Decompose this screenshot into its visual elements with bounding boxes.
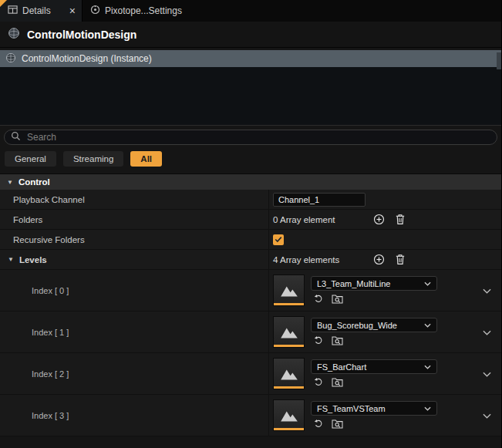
browse-to-asset-icon[interactable]: [331, 293, 344, 305]
row-expand-chevron-icon[interactable]: [483, 327, 491, 338]
tab-pixotope-settings-label: Pixotope...Settings: [105, 5, 182, 16]
use-selected-asset-icon[interactable]: [312, 293, 325, 305]
asset-icon-bar: [311, 376, 437, 388]
asset-thumbnail[interactable]: [273, 399, 305, 431]
asset-picker-dropdown[interactable]: L3_Team_MultiLine: [311, 276, 437, 291]
collapse-arrow-icon: ▼: [7, 179, 13, 186]
property-value: [268, 190, 501, 209]
property-value: 0 Array element: [268, 210, 501, 229]
asset-thumbnail[interactable]: [273, 275, 305, 306]
panel-header: ControlMotionDesign: [0, 22, 501, 48]
property-row-playback-channel: Playback Channel: [0, 190, 501, 210]
asset-type-color-bar: [274, 386, 304, 389]
index-label: Index [ 1 ]: [0, 312, 268, 352]
chevron-down-icon: [424, 365, 431, 369]
search-box: [4, 130, 497, 145]
asset-controls: Bug_Scorebug_Wide: [311, 318, 437, 346]
use-selected-asset-icon[interactable]: [312, 418, 325, 429]
scrollbar[interactable]: [497, 52, 501, 69]
tab-bar: Details × Pixotope...Settings: [0, 0, 501, 22]
filter-general-button[interactable]: General: [5, 151, 56, 167]
use-selected-asset-icon[interactable]: [312, 335, 325, 346]
asset-picker-dropdown[interactable]: Bug_Scorebug_Wide: [311, 318, 437, 332]
asset-controls: FS_BarChart: [311, 359, 437, 388]
details-panel: Details × Pixotope...Settings ControlMot…: [0, 0, 502, 448]
search-icon: [11, 131, 21, 143]
level-value: L3_Team_MultiLine: [268, 270, 501, 311]
property-row-levels: ▼ Levels 4 Array elements: [0, 250, 501, 270]
browse-to-asset-icon[interactable]: [331, 418, 344, 429]
chevron-down-icon: [424, 406, 431, 411]
index-label: Index [ 0 ]: [0, 270, 268, 311]
tab-pixotope-settings[interactable]: Pixotope...Settings: [83, 0, 190, 22]
asset-picker-dropdown[interactable]: FS_BarChart: [311, 359, 437, 374]
property-value: 4 Array elements: [268, 250, 501, 269]
property-label: Playback Channel: [0, 190, 268, 209]
asset-icon-bar: [311, 418, 437, 429]
chevron-down-icon: [424, 281, 431, 286]
row-expand-chevron-icon[interactable]: [483, 410, 491, 421]
property-label: Folders: [0, 210, 268, 229]
category-control-label: Control: [19, 177, 50, 187]
index-label: Index [ 2 ]: [0, 353, 268, 394]
page-title: ControlMotionDesign: [27, 29, 136, 41]
asset-name: L3_Team_MultiLine: [317, 279, 390, 288]
asset-type-color-bar: [274, 345, 304, 347]
close-icon[interactable]: ×: [69, 5, 76, 16]
tab-details[interactable]: Details ×: [0, 0, 82, 22]
level-value: FS_TeamVSTeam: [268, 395, 501, 436]
instance-list: ControlMotionDesign (Instance): [0, 50, 501, 126]
details-icon: [8, 5, 18, 17]
asset-icon-bar: [311, 335, 437, 346]
level-row-1: Index [ 1 ] Bug_Scorebug_Wide: [0, 312, 501, 353]
recursive-folders-label: Recursive Folders: [13, 235, 85, 244]
actor-instance-icon: [5, 52, 16, 66]
asset-thumbnail[interactable]: [273, 358, 305, 389]
levels-expand-arrow-icon[interactable]: ▼: [8, 256, 14, 263]
search-area: [0, 126, 501, 148]
row-expand-chevron-icon[interactable]: [483, 369, 491, 379]
chevron-down-icon: [424, 323, 431, 328]
level-row-0: Index [ 0 ] L3_Team_MultiLine: [0, 270, 501, 312]
add-array-element-icon[interactable]: [370, 212, 387, 227]
browse-to-asset-icon[interactable]: [331, 376, 344, 388]
search-input[interactable]: [25, 131, 490, 143]
folders-array-count: 0 Array element: [273, 215, 370, 224]
levels-array-count: 4 Array elements: [273, 255, 370, 264]
asset-controls: FS_TeamVSTeam: [311, 401, 437, 429]
level-value: Bug_Scorebug_Wide: [268, 312, 501, 352]
property-row-folders: Folders 0 Array element: [0, 210, 501, 230]
asset-type-color-bar: [274, 303, 304, 305]
recursive-folders-checkbox[interactable]: [273, 234, 284, 245]
tab-details-label: Details: [22, 5, 51, 16]
instance-row-label: ControlMotionDesign (Instance): [22, 53, 152, 64]
asset-icon-bar: [311, 293, 437, 305]
index-label: Index [ 3 ]: [0, 395, 268, 436]
filter-streaming-button[interactable]: Streaming: [63, 151, 123, 167]
panel-footer-filler: [0, 436, 501, 442]
asset-name: FS_BarChart: [317, 362, 366, 372]
browse-to-asset-icon[interactable]: [331, 335, 344, 346]
folders-label: Folders: [13, 215, 42, 224]
property-row-recursive-folders: Recursive Folders: [0, 230, 501, 250]
instance-row[interactable]: ControlMotionDesign (Instance): [0, 50, 501, 67]
asset-controls: L3_Team_MultiLine: [311, 276, 437, 305]
row-expand-chevron-icon[interactable]: [483, 285, 491, 296]
pixotope-icon: [90, 5, 100, 17]
filter-bar: General Streaming All: [0, 148, 501, 173]
property-label: ▼ Levels: [0, 250, 268, 269]
level-row-2: Index [ 2 ] FS_BarChart: [0, 353, 501, 395]
asset-thumbnail[interactable]: [273, 316, 305, 348]
category-control[interactable]: ▼ Control: [0, 173, 501, 190]
add-array-element-icon[interactable]: [370, 252, 387, 268]
playback-channel-input[interactable]: [273, 193, 366, 207]
actor-icon: [8, 27, 20, 42]
levels-label: Levels: [19, 255, 47, 264]
filter-all-button[interactable]: All: [130, 151, 162, 167]
property-label: Recursive Folders: [0, 230, 268, 249]
asset-picker-dropdown[interactable]: FS_TeamVSTeam: [311, 401, 437, 416]
delete-array-icon[interactable]: [392, 252, 409, 268]
playback-channel-label: Playback Channel: [13, 195, 85, 204]
use-selected-asset-icon[interactable]: [312, 376, 325, 388]
delete-array-icon[interactable]: [392, 212, 409, 227]
